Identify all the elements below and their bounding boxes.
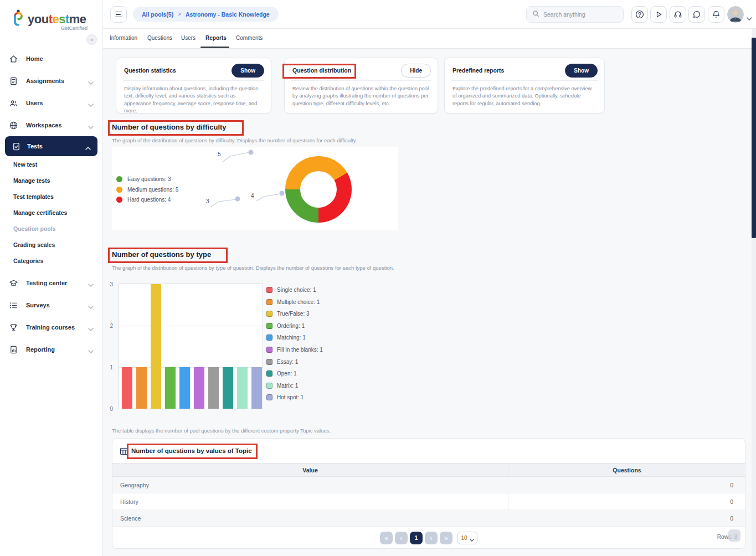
subitem-label: Manage certificates	[13, 209, 67, 216]
type-legend-item[interactable]: Fill in the blanks: 1	[266, 346, 355, 354]
sidebar-item-label: Training courses	[26, 324, 75, 331]
sidebar-item-label: Surveys	[26, 302, 50, 308]
page-size-select[interactable]: 10	[457, 532, 477, 544]
breadcrumb-all-pools-link[interactable]: All pools(5)	[142, 11, 173, 18]
avatar-chevron-down-icon[interactable]	[747, 13, 752, 16]
sidebar-item-surveys[interactable]: Surveys	[0, 294, 102, 316]
column-header-questions[interactable]: Questions	[508, 467, 746, 473]
sidebar-collapse-button[interactable]: «	[86, 34, 97, 45]
type-legend-item[interactable]: Ordering: 1	[266, 322, 355, 330]
y-axis-tick: 3	[103, 281, 113, 287]
user-avatar[interactable]	[727, 6, 744, 23]
show-predefined-reports-button[interactable]: Show	[565, 64, 598, 78]
type-legend-item[interactable]: True/False: 3	[266, 310, 355, 318]
type-legend-item[interactable]: Essay: 1	[266, 358, 355, 366]
show-question-statistics-button[interactable]: Show	[232, 64, 264, 78]
legend-swatch	[266, 370, 272, 377]
divider	[451, 80, 598, 81]
pagination-first-button[interactable]: «	[380, 532, 393, 544]
donut-data-label: 5	[218, 151, 221, 157]
subitem-label: Grading scales	[13, 241, 55, 248]
sidebar-item-testing-center[interactable]: Testing center	[0, 272, 102, 294]
sidebar-subitem-manage-certificates[interactable]: Manage certificates	[0, 204, 102, 220]
table-row[interactable]: Science 0	[112, 510, 745, 527]
sidebar-subitem-new-test[interactable]: New test	[0, 156, 102, 172]
tab-comments[interactable]: Comments	[236, 35, 263, 41]
subitem-label: Question pools	[13, 225, 55, 232]
notifications-bell-button[interactable]	[708, 6, 724, 23]
bar-matrix[interactable]	[237, 367, 248, 409]
sidebar: youtestme GetCertified « Home Assignment…	[0, 0, 103, 556]
sidebar-item-home[interactable]: Home	[0, 48, 102, 70]
cell-value: Science	[120, 515, 141, 522]
table-row[interactable]: Geography 0	[112, 477, 745, 493]
sidebar-subitem-question-pools[interactable]: Question pools	[0, 220, 102, 236]
sidebar-item-label: Tests	[27, 143, 43, 150]
tab-information[interactable]: Information	[110, 35, 137, 41]
pagination-last-button[interactable]: »	[440, 532, 452, 544]
type-legend-item[interactable]: Single choice: 1	[266, 286, 355, 294]
type-bar-plot	[119, 284, 263, 409]
bar-matching[interactable]	[179, 367, 190, 409]
logo: youtestme GetCertified «	[0, 0, 102, 33]
legend-label: Ordering: 1	[277, 323, 305, 329]
pagination-prev-button[interactable]: ‹	[395, 532, 408, 544]
pool-tabs: Information Questions Users Reports Comm…	[103, 29, 756, 49]
chat-button[interactable]	[688, 6, 705, 23]
type-legend-item[interactable]: Matching: 1	[266, 333, 355, 342]
legend-swatch	[266, 311, 272, 317]
legend-label: Fill in the blanks: 1	[277, 347, 323, 353]
sidebar-item-tests[interactable]: Tests	[5, 136, 97, 156]
assignments-icon	[9, 76, 18, 86]
type-legend-item[interactable]: Multiple choice: 1	[266, 298, 355, 306]
difficulty-donut-ring[interactable]	[285, 156, 352, 223]
sidebar-subitem-test-templates[interactable]: Test templates	[0, 188, 102, 204]
chevron-down-icon	[88, 123, 94, 127]
sidebar-subitem-grading-scales[interactable]: Grading scales	[0, 236, 102, 253]
sidebar-subitem-categories[interactable]: Categories	[0, 253, 102, 269]
home-icon	[9, 54, 18, 64]
bar-fill-in-the-blanks[interactable]	[194, 367, 204, 409]
hamburger-menu-button[interactable]	[110, 6, 127, 23]
scroll-top-button[interactable]	[728, 529, 740, 542]
tab-users[interactable]: Users	[181, 35, 196, 41]
search-input[interactable]	[543, 11, 615, 18]
hide-question-distribution-button[interactable]: Hide	[401, 64, 431, 78]
tab-questions[interactable]: Questions	[147, 35, 172, 41]
type-legend-item[interactable]: Matrix: 1	[266, 382, 355, 390]
play-tour-button[interactable]	[650, 6, 667, 23]
bar-hot-spot[interactable]	[251, 367, 262, 409]
sidebar-item-reporting[interactable]: Reporting	[0, 338, 102, 361]
table-row[interactable]: History 0	[112, 493, 745, 510]
cell-questions: 0	[730, 482, 733, 488]
breadcrumb-current-link[interactable]: Astronomy - Basic Knowledge	[186, 11, 270, 18]
bar-single-choice[interactable]	[122, 367, 132, 409]
bar-essay[interactable]	[208, 367, 219, 409]
donut-hole	[300, 171, 337, 208]
help-button[interactable]	[631, 6, 648, 23]
pagination-page-1-button[interactable]: 1	[410, 532, 423, 544]
pagination-next-button[interactable]: ›	[425, 532, 438, 544]
subitem-label: Manage tests	[13, 177, 50, 184]
sidebar-item-users[interactable]: Users	[0, 92, 102, 114]
sidebar-item-training-courses[interactable]: Training courses	[0, 316, 102, 338]
bar-true-false[interactable]	[151, 284, 161, 409]
bar-multiple-choice[interactable]	[136, 367, 147, 409]
type-legend-item[interactable]: Hot spot: 1	[266, 393, 355, 401]
column-header-value[interactable]: Value	[112, 467, 508, 473]
vertical-scrollbar-thumb[interactable]	[752, 38, 756, 238]
type-legend-item[interactable]: Open: 1	[266, 369, 355, 378]
chevron-down-icon	[88, 326, 94, 329]
support-headset-button[interactable]	[670, 6, 686, 23]
sidebar-item-label: Testing center	[26, 280, 67, 286]
bar-open[interactable]	[223, 367, 233, 409]
sidebar-item-label: Workspaces	[26, 122, 62, 128]
card-question-statistics: Question statistics Show Display informa…	[116, 58, 271, 114]
tab-reports[interactable]: Reports	[205, 35, 227, 41]
bar-ordering[interactable]	[165, 367, 176, 409]
sidebar-item-assignments[interactable]: Assignments	[0, 70, 102, 92]
sidebar-item-label: Users	[26, 100, 43, 106]
sidebar-subitem-manage-tests[interactable]: Manage tests	[0, 172, 102, 188]
brand-letter: s	[59, 12, 65, 26]
sidebar-item-workspaces[interactable]: Workspaces	[0, 114, 102, 136]
